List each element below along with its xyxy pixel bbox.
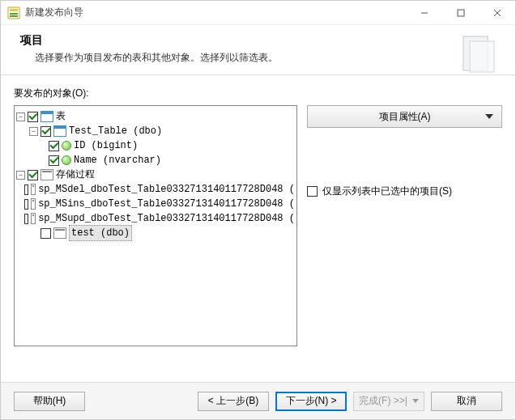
article-properties-button[interactable]: 项目属性(A) [307,105,502,128]
tree-label: 表 [56,109,66,124]
window-title: 新建发布向导 [25,6,406,19]
objects-tree[interactable]: − 表 − Test_Table (dbo) [14,105,297,346]
checkbox[interactable] [49,141,59,151]
tree-node-proc-test[interactable]: test (dbo) [16,226,295,240]
tree-node-tables[interactable]: − 表 [16,109,295,124]
minimize-button[interactable] [406,1,442,25]
checkbox[interactable] [24,199,28,210]
wizard-footer: 帮助(H) < 上一步(B) 下一步(N) > 完成(F) >>| 取消 [1,382,515,419]
tree-label: Name (nvarchar) [74,153,161,168]
chevron-down-icon [412,399,419,403]
tree-node-col-name[interactable]: Name (nvarchar) [16,153,295,168]
close-button[interactable] [479,1,515,25]
button-label: 帮助(H) [33,394,66,408]
checkbox[interactable] [28,170,38,180]
button-label: 取消 [457,394,476,408]
tree-label: 存储过程 [56,168,95,182]
proc-folder-icon [41,169,53,180]
page-title: 项目 [20,33,458,48]
svg-rect-9 [470,41,494,72]
collapse-icon[interactable]: − [16,171,25,180]
svg-rect-1 [10,9,18,11]
cancel-button[interactable]: 取消 [431,392,502,411]
table-icon [53,125,66,137]
tree-label: sp_MSupd_dboTest_Table0332713140117728D0… [38,211,295,226]
chevron-down-icon [485,114,493,119]
tree-label: Test_Table (dbo) [69,124,162,138]
checkbox[interactable] [41,228,51,239]
proc-icon [31,198,36,210]
proc-icon [53,227,66,239]
svg-rect-2 [10,13,18,15]
button-label: < 上一步(B) [208,394,258,408]
app-icon [7,6,20,19]
tree-node-test-table[interactable]: − Test_Table (dbo) [16,124,295,138]
collapse-icon[interactable]: − [29,127,38,136]
proc-icon [31,213,36,224]
tree-label: test (dbo) [69,225,132,241]
back-button[interactable]: < 上一步(B) [198,392,269,411]
collapse-icon[interactable]: − [16,112,25,121]
tree-node-col-id[interactable]: ID (bigint) [16,138,295,153]
button-label: 下一步(N) > [286,394,337,408]
column-icon [62,141,71,151]
tree-node-proc-msins[interactable]: sp_MSins_dboTest_Table0332713140117728D0… [16,197,295,211]
column-icon [62,155,71,165]
objects-prompt: 要发布的对象(O): [14,87,502,100]
maximize-button[interactable] [442,1,479,25]
checkbox[interactable] [49,155,59,166]
checkbox[interactable] [28,112,38,122]
wizard-glass-icon [458,33,499,74]
checkbox[interactable] [41,126,51,137]
help-button[interactable]: 帮助(H) [14,392,85,411]
table-folder-icon [41,111,53,122]
button-label: 完成(F) >>| [359,394,407,408]
only-selected-checkbox[interactable] [307,186,318,197]
tree-label: ID (bigint) [74,138,138,153]
titlebar: 新建发布向导 [1,1,515,25]
header-banner: 项目 选择要作为项目发布的表和其他对象。选择列以筛选表。 [1,25,515,75]
page-subtitle: 选择要作为项目发布的表和其他对象。选择列以筛选表。 [20,51,458,65]
checkbox[interactable] [24,214,28,224]
svg-rect-5 [458,10,464,16]
proc-icon [31,184,36,195]
tree-node-proc-msupd[interactable]: sp_MSupd_dboTest_Table0332713140117728D0… [16,211,295,226]
only-selected-label: 仅显示列表中已选中的项目(S) [322,185,452,198]
tree-label: sp_MSdel_dboTest_Table0332713140117728D0… [38,182,295,197]
button-label: 项目属性(A) [379,110,431,124]
only-selected-checkbox-row: 仅显示列表中已选中的项目(S) [307,185,502,198]
svg-rect-3 [10,15,18,17]
finish-button: 完成(F) >>| [353,392,424,411]
checkbox[interactable] [24,185,28,195]
right-panel: 项目属性(A) 仅显示列表中已选中的项目(S) [307,105,502,346]
next-button[interactable]: 下一步(N) > [275,392,347,411]
window-controls [406,1,515,24]
tree-label: sp_MSins_dboTest_Table0332713140117728D0… [38,197,295,211]
content-area: 要发布的对象(O): − 表 − Test_Tab [1,75,515,346]
tree-node-proc-msdel[interactable]: sp_MSdel_dboTest_Table0332713140117728D0… [16,182,295,197]
tree-node-procs[interactable]: − 存储过程 [16,168,295,182]
